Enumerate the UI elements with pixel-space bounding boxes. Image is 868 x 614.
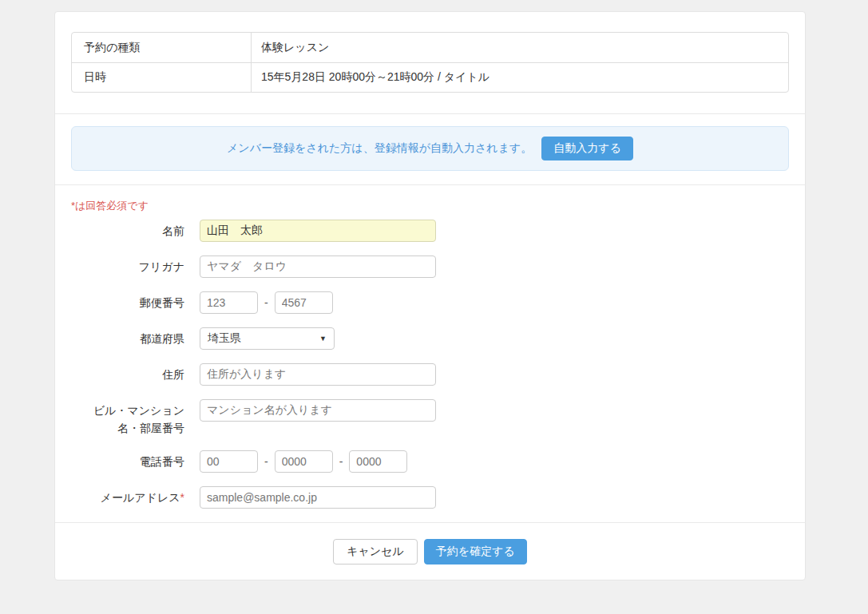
furigana-row: フリガナ bbox=[71, 256, 789, 278]
name-row: 名前 bbox=[71, 220, 789, 242]
furigana-input[interactable] bbox=[200, 256, 436, 278]
form-actions: キャンセル 予約を確定する bbox=[55, 523, 805, 580]
name-input[interactable] bbox=[200, 220, 436, 242]
phone-label: 電話番号 bbox=[71, 450, 184, 473]
email-input[interactable] bbox=[200, 486, 436, 509]
reservation-datetime-label: 日時 bbox=[72, 63, 252, 92]
autofill-banner: メンバー登録をされた方は、登録情報が自動入力されます。 自動入力する bbox=[71, 126, 789, 171]
phone-input-3[interactable] bbox=[349, 450, 407, 473]
email-row: メールアドレス* bbox=[71, 486, 789, 509]
prefecture-row: 都道府県 埼玉県 ▼ bbox=[71, 327, 789, 350]
phone-separator: - bbox=[264, 455, 268, 468]
phone-input-2[interactable] bbox=[275, 450, 333, 473]
building-label: ビル・マンション 名・部屋番号 bbox=[71, 399, 184, 437]
reservation-summary-table: 予約の種類 体験レッスン 日時 15年5月28日 20時00分～21時00分 /… bbox=[71, 32, 789, 93]
phone-input-1[interactable] bbox=[200, 450, 258, 473]
email-required-mark: * bbox=[180, 491, 184, 504]
prefecture-selected-value: 埼玉県 bbox=[208, 331, 241, 346]
reservation-datetime-value: 15年5月28日 20時00分～21時00分 / タイトル bbox=[252, 63, 489, 92]
cancel-button[interactable]: キャンセル bbox=[333, 539, 418, 564]
table-row: 予約の種類 体験レッスン bbox=[72, 33, 788, 62]
required-note: *は回答必須です bbox=[71, 199, 789, 213]
phone-separator: - bbox=[339, 455, 343, 468]
address-label: 住所 bbox=[71, 363, 184, 386]
reservation-summary-section: 予約の種類 体験レッスン 日時 15年5月28日 20時00分～21時00分 /… bbox=[55, 12, 805, 114]
address-input[interactable] bbox=[200, 363, 436, 386]
email-label-text: メールアドレス bbox=[101, 491, 180, 504]
submit-reservation-button[interactable]: 予約を確定する bbox=[424, 539, 527, 564]
postal-code-row: 郵便番号 - bbox=[71, 291, 789, 314]
building-input[interactable] bbox=[200, 399, 436, 422]
prefecture-select[interactable]: 埼玉県 ▼ bbox=[200, 327, 335, 350]
prefecture-label: 都道府県 bbox=[71, 327, 184, 350]
postal-code-label: 郵便番号 bbox=[71, 291, 184, 314]
autofill-message: メンバー登録をされた方は、登録情報が自動入力されます。 bbox=[227, 141, 532, 156]
table-row: 日時 15年5月28日 20時00分～21時00分 / タイトル bbox=[72, 62, 788, 92]
reservation-type-value: 体験レッスン bbox=[252, 33, 329, 62]
postal-code-input-2[interactable] bbox=[275, 291, 333, 314]
postal-code-input-1[interactable] bbox=[200, 291, 258, 314]
reservation-form: *は回答必須です 名前 フリガナ 郵便番号 - 都道府県 bbox=[55, 185, 805, 523]
building-label-line1: ビル・マンション bbox=[71, 402, 184, 419]
building-label-line2: 名・部屋番号 bbox=[71, 419, 184, 437]
reservation-card: 予約の種類 体験レッスン 日時 15年5月28日 20時00分～21時00分 /… bbox=[54, 11, 806, 580]
building-row: ビル・マンション 名・部屋番号 bbox=[71, 399, 789, 437]
email-label: メールアドレス* bbox=[71, 486, 184, 509]
phone-row: 電話番号 - - bbox=[71, 450, 789, 473]
autofill-section: メンバー登録をされた方は、登録情報が自動入力されます。 自動入力する bbox=[55, 114, 805, 185]
reservation-type-label: 予約の種類 bbox=[72, 33, 252, 62]
furigana-label: フリガナ bbox=[71, 256, 184, 278]
dropdown-arrow-icon: ▼ bbox=[319, 335, 327, 343]
name-label: 名前 bbox=[71, 220, 184, 242]
autofill-button[interactable]: 自動入力する bbox=[541, 137, 633, 160]
address-row: 住所 bbox=[71, 363, 789, 386]
postal-separator: - bbox=[264, 296, 268, 309]
